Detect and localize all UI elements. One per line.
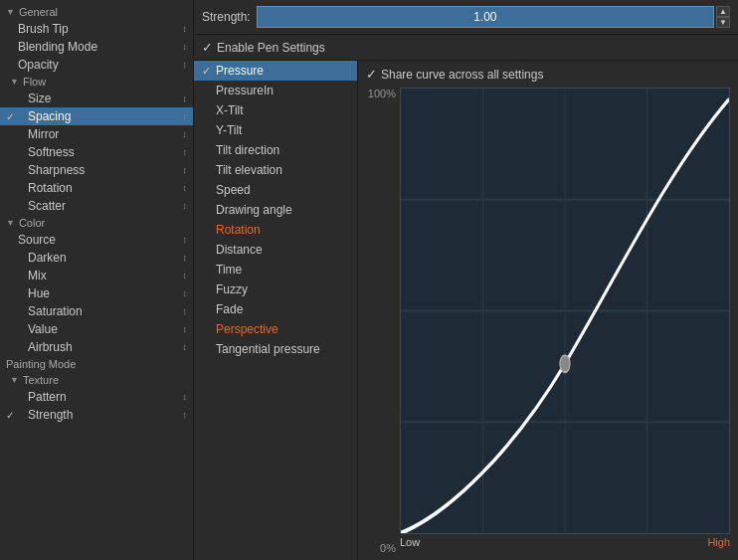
sidebar-item-hue[interactable]: Hue ↕ xyxy=(0,284,193,302)
sidebar-item-darken[interactable]: Darken ↕ xyxy=(0,249,193,267)
pressure-check-icon: ✓ xyxy=(202,65,211,78)
main-layout: ▼ General Brush Tip ↕ Blending Mode ↕ Op… xyxy=(0,0,738,560)
flow-header[interactable]: ▼ Flow xyxy=(0,74,193,90)
color-section-header: ▼ Color xyxy=(0,215,193,231)
strength-bar[interactable]: 1.00 xyxy=(257,6,714,28)
hue-indicator: ↕ xyxy=(183,288,188,298)
sidebar-item-sharpness[interactable]: Sharpness ↕ xyxy=(0,161,193,179)
color-arrow-icon: ▼ xyxy=(6,218,15,228)
sidebar-item-spacing[interactable]: ✓ Spacing ↕ Spacing xyxy=(0,107,193,125)
sensor-item-perspective[interactable]: ✓ Perspective xyxy=(194,319,357,339)
sidebar-item-rotation[interactable]: Rotation ↕ xyxy=(0,179,193,197)
opacity-indicator: ↕ xyxy=(183,60,188,70)
sensor-item-pressure[interactable]: ✓ Pressure xyxy=(194,61,357,81)
sensor-list: ✓ Pressure ✓ PressureIn ✓ X-Tilt ✓ Y-Til… xyxy=(194,61,358,560)
color-label: Color xyxy=(19,217,45,229)
top-bar: Strength: 1.00 ▲ ▼ xyxy=(194,0,738,35)
curve-x-labels-wrap: Low High xyxy=(400,536,730,554)
curve-graph[interactable] xyxy=(400,88,730,534)
scatter-label: Scatter xyxy=(28,199,66,213)
sidebar-item-softness[interactable]: Softness ↕ xyxy=(0,143,193,161)
general-label: General xyxy=(19,6,58,18)
pen-settings-row[interactable]: ✓ Enable Pen Settings xyxy=(194,35,738,61)
sidebar-item-scatter[interactable]: Scatter ↕ xyxy=(0,197,193,215)
rotation-indicator: ↕ xyxy=(183,183,188,193)
sidebar-item-source[interactable]: Source ↕ xyxy=(0,231,193,249)
perspective-label: Perspective xyxy=(216,322,278,336)
scatter-indicator: ↕ xyxy=(183,201,188,211)
value-label: Value xyxy=(28,322,58,336)
spacing-check-icon: ✓ xyxy=(6,111,14,122)
hue-label: Hue xyxy=(28,286,50,300)
sidebar-item-brush-tip[interactable]: Brush Tip ↕ xyxy=(0,20,193,38)
sensor-item-tilt-elevation[interactable]: ✓ Tilt elevation xyxy=(194,160,357,180)
tilt-elevation-label: Tilt elevation xyxy=(216,163,282,177)
sidebar-item-value[interactable]: Value ↕ xyxy=(0,320,193,338)
sidebar-item-saturation[interactable]: Saturation ↕ xyxy=(0,302,193,320)
mirror-indicator: ↕ xyxy=(183,129,188,139)
pattern-indicator: ↕ xyxy=(183,392,188,402)
sensor-item-time[interactable]: ✓ Time xyxy=(194,260,357,280)
painting-mode-section-header: Painting Mode xyxy=(0,356,193,372)
strength-down-button[interactable]: ▼ xyxy=(716,17,730,28)
sensor-item-tangential-pressure[interactable]: ✓ Tangential pressure xyxy=(194,339,357,359)
sensor-item-fuzzy[interactable]: ✓ Fuzzy xyxy=(194,280,357,299)
sensor-item-y-tilt[interactable]: ✓ Y-Tilt xyxy=(194,120,357,140)
strength-p-label: Strength xyxy=(28,408,73,422)
strength-spinner: ▲ ▼ xyxy=(716,6,730,28)
darken-indicator: ↕ xyxy=(183,253,188,263)
strength-up-button[interactable]: ▲ xyxy=(716,6,730,17)
right-panel: Strength: 1.00 ▲ ▼ ✓ Enable Pen Settings… xyxy=(194,0,738,560)
airbrush-indicator: ↕ xyxy=(183,342,188,352)
flow-label: Flow xyxy=(23,76,46,88)
strength-p-indicator: ↕ xyxy=(183,410,188,420)
softness-indicator: ↕ xyxy=(183,147,188,157)
blending-mode-label: Blending Mode xyxy=(18,40,97,54)
value-indicator: ↕ xyxy=(183,324,188,334)
sensor-item-x-tilt[interactable]: ✓ X-Tilt xyxy=(194,100,357,120)
sidebar-item-mix[interactable]: Mix ↕ xyxy=(0,267,193,284)
texture-header[interactable]: ▼ Texture xyxy=(0,372,193,388)
sidebar-item-size[interactable]: Size ↕ xyxy=(0,90,193,107)
svg-point-6 xyxy=(560,355,570,372)
y-tilt-label: Y-Tilt xyxy=(216,123,242,137)
softness-label: Softness xyxy=(28,145,75,159)
sidebar-item-opacity[interactable]: Opacity ↕ xyxy=(0,56,193,74)
airbrush-label: Airbrush xyxy=(28,340,73,354)
pattern-label: Pattern xyxy=(28,390,67,404)
tilt-direction-label: Tilt direction xyxy=(216,143,279,157)
sidebar-item-pattern[interactable]: Pattern ↕ xyxy=(0,388,193,406)
strength-label: Strength: xyxy=(202,10,251,24)
share-curve-row[interactable]: ✓ Share curve across all settings xyxy=(366,67,730,82)
enable-pen-label: Enable Pen Settings xyxy=(217,41,325,55)
distance-label: Distance xyxy=(216,243,263,257)
general-section-header: ▼ General xyxy=(0,4,193,20)
sharpness-label: Sharpness xyxy=(28,163,85,177)
curve-x-high: High xyxy=(707,536,730,548)
painting-mode-label: Painting Mode xyxy=(6,358,76,370)
pressure-in-label: PressureIn xyxy=(216,84,274,97)
texture-label: Texture xyxy=(23,374,59,386)
sidebar-item-strength-p[interactable]: ✓ Strength ↕ xyxy=(0,406,193,424)
curve-y-labels: 100% 0% xyxy=(366,88,400,554)
curve-container: 100% 0% xyxy=(366,88,730,554)
share-check-icon: ✓ xyxy=(366,67,377,82)
pen-check-icon: ✓ xyxy=(202,40,213,55)
sidebar-item-airbrush[interactable]: Airbrush ↕ xyxy=(0,338,193,356)
sensor-item-rotation[interactable]: ✓ Rotation xyxy=(194,220,357,240)
general-arrow-icon: ▼ xyxy=(6,7,15,17)
sensor-item-pressure-in[interactable]: ✓ PressureIn xyxy=(194,81,357,100)
sidebar-item-blending-mode[interactable]: Blending Mode ↕ xyxy=(0,38,193,56)
sensor-item-fade[interactable]: ✓ Fade xyxy=(194,299,357,319)
sensor-item-speed[interactable]: ✓ Speed xyxy=(194,180,357,200)
sensor-item-drawing-angle[interactable]: ✓ Drawing angle xyxy=(194,200,357,220)
source-indicator: ↕ xyxy=(183,235,188,245)
sensor-item-distance[interactable]: ✓ Distance xyxy=(194,240,357,260)
sensor-item-tilt-direction[interactable]: ✓ Tilt direction xyxy=(194,140,357,160)
darken-label: Darken xyxy=(28,251,67,265)
sidebar-item-mirror[interactable]: Mirror ↕ xyxy=(0,125,193,143)
brush-tip-indicator: ↕ xyxy=(183,24,188,34)
blending-mode-indicator: ↕ xyxy=(183,42,188,52)
spacing-label: Spacing xyxy=(28,109,71,123)
share-curve-label: Share curve across all settings xyxy=(381,68,543,82)
